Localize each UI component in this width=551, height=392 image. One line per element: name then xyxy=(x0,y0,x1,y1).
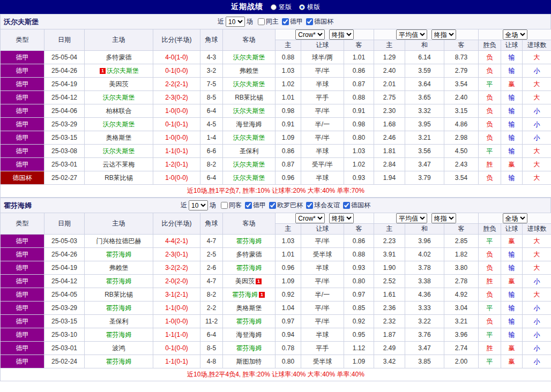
eu-away-odds-cell: 2.74 xyxy=(444,342,479,355)
filter-checkbox-input[interactable] xyxy=(306,202,313,209)
near-label: 近 xyxy=(181,201,187,210)
eu-away-odds-cell: 2.85 xyxy=(444,235,479,248)
filter-checkbox-input[interactable] xyxy=(245,202,252,209)
result-cell: 负 xyxy=(479,131,501,145)
goals-result-cell: 大 xyxy=(523,288,551,301)
match-count-select[interactable]: 10 xyxy=(226,17,245,27)
ah-final-select[interactable]: 终指 xyxy=(329,29,354,40)
eu-away-odds-cell: 3.04 xyxy=(444,301,479,315)
topbar: 近期战绩 竖版 横版 xyxy=(0,0,551,14)
away-team-cell: 斯图加特 xyxy=(223,355,276,368)
filter-checkbox[interactable]: 球会友谊 xyxy=(306,201,340,210)
ah-home-odds-cell: 0.91 xyxy=(276,118,301,131)
ah-home-odds-cell: 1.01 xyxy=(276,248,301,261)
filter-checkbox-input[interactable] xyxy=(343,202,350,209)
eu-draw-odds-cell: 3.22 xyxy=(405,315,444,328)
date-cell: 25-04-26 xyxy=(44,248,85,261)
match-row: 德甲25-04-12沃尔夫斯堡2-3(0-2)8-5RB莱比锡1.01平手0.8… xyxy=(1,91,551,104)
ah-line-cell: 受平/半 xyxy=(301,158,344,171)
eu-home-odds-cell: 2.75 xyxy=(374,91,405,104)
bookmaker-select[interactable]: Crow* xyxy=(295,29,325,40)
filter-checkbox-group: 同客德甲欧罗巴杯球会友谊德国杯 xyxy=(218,201,370,210)
away-team-cell: 霍芬海姆 xyxy=(223,261,276,275)
average-select[interactable]: 平均值 xyxy=(396,213,427,223)
eu-home-odds-cell: 2.84 xyxy=(374,158,405,171)
eu-home-odds-cell: 3.42 xyxy=(374,355,405,368)
bookmaker-select[interactable]: Crow* xyxy=(295,213,325,223)
filter-checkbox-label: 德甲 xyxy=(290,17,303,26)
handicap-result-cell: 输 xyxy=(501,248,523,261)
goals-result-cell: 大 xyxy=(523,235,551,248)
radio-vertical-icon[interactable] xyxy=(271,4,277,10)
filter-checkbox-input[interactable] xyxy=(282,18,289,25)
eu-final-select[interactable]: 终指 xyxy=(431,213,456,223)
col-eu-draw: 和 xyxy=(405,224,444,235)
col-result: 胜负 xyxy=(479,224,501,235)
ah-line-cell: 平/半 xyxy=(301,104,344,118)
goals-result-cell: 小 xyxy=(523,301,551,315)
filter-checkbox[interactable]: 德甲 xyxy=(282,17,303,26)
corner-cell: 8-2 xyxy=(200,288,223,301)
ah-line-cell: 球半/两 xyxy=(301,51,344,64)
score-cell: 0-1(0-1) xyxy=(153,118,200,131)
ah-home-odds-cell: 1.03 xyxy=(276,64,301,78)
ah-final-select[interactable]: 终指 xyxy=(329,213,354,223)
filter-checkbox-input[interactable] xyxy=(306,18,313,25)
corner-cell: 8-5 xyxy=(200,91,223,104)
filter-checkbox[interactable]: 德国杯 xyxy=(306,17,333,26)
filter-checkbox[interactable]: 欧罗巴杯 xyxy=(269,201,303,210)
eu-away-odds-cell: 3.21 xyxy=(444,315,479,328)
ah-away-odds-cell: 0.93 xyxy=(344,261,374,275)
page-title: 近期战绩 xyxy=(231,2,263,12)
result-cell: 胜 xyxy=(479,275,501,288)
ah-line-cell: 半球 xyxy=(301,78,344,91)
filter-checkbox-input[interactable] xyxy=(221,202,228,209)
match-count-select[interactable]: 10 xyxy=(189,200,208,210)
col-eu-away: 客 xyxy=(444,40,479,51)
filter-checkbox-label: 球会友谊 xyxy=(314,201,340,210)
score-cell: 1-1(0-0) xyxy=(153,301,200,315)
league-type-cell: 德甲 xyxy=(1,248,44,261)
average-select[interactable]: 平均值 xyxy=(396,29,427,40)
team-name-text: RB莱比锡 xyxy=(235,94,263,101)
ah-line-cell: 半/一 xyxy=(301,118,344,131)
eu-final-select[interactable]: 终指 xyxy=(431,29,456,40)
ah-away-odds-cell: 0.80 xyxy=(344,131,374,145)
ah-away-odds-cell: 0.91 xyxy=(344,104,374,118)
date-cell: 25-03-08 xyxy=(44,145,85,158)
score-cell: 1-0(0-0) xyxy=(153,315,200,328)
fulltime-select[interactable]: 全场 xyxy=(503,29,527,40)
league-type-cell: 德甲 xyxy=(1,131,44,145)
team-name-text: 沃尔夫斯堡 xyxy=(103,94,135,101)
corner-cell: 1-4 xyxy=(200,131,223,145)
team-name-text: 奥格斯堡 xyxy=(236,304,262,312)
ah-line-cell: 平/半 xyxy=(301,131,344,145)
match-row: 德国杯25-02-27RB莱比锡1-0(0-0)6-4沃尔夫斯堡0.96半球0.… xyxy=(1,171,551,185)
radio-horizontal[interactable]: 横版 xyxy=(299,3,320,12)
home-team-cell: 沃尔夫斯堡 xyxy=(85,91,153,104)
col-handicap: 让球 xyxy=(501,224,523,235)
league-type-cell: 德甲 xyxy=(1,261,44,275)
section-header-wolfsburg: 沃尔夫斯堡 近 10 场 同主德甲德国杯 xyxy=(0,14,551,29)
radio-horizontal-icon[interactable] xyxy=(299,4,305,10)
goals-result-cell: 小 xyxy=(523,64,551,78)
ah-line-cell: 半球 xyxy=(301,171,344,185)
team-name-text: RB莱比锡 xyxy=(105,291,133,298)
filter-checkbox-input[interactable] xyxy=(269,202,276,209)
col-type: 类型 xyxy=(1,29,44,51)
filter-checkbox[interactable]: 德甲 xyxy=(245,201,266,210)
col-corner: 角球 xyxy=(200,29,223,51)
radio-vertical[interactable]: 竖版 xyxy=(271,3,292,12)
filter-checkbox-input[interactable] xyxy=(258,18,265,25)
col-eu-home: 主 xyxy=(374,40,405,51)
fulltime-select[interactable]: 全场 xyxy=(503,213,527,223)
away-team-cell: 沃尔夫斯堡 xyxy=(223,158,276,171)
score-cell: 0-1(0-0) xyxy=(153,342,200,355)
summary-text: 近10场,胜2平4负4, 胜率:20% 让球率:40% 大率:40% 单率:40… xyxy=(1,368,551,381)
filter-bar: 近 10 场 同客德甲欧罗巴杯球会友谊德国杯 xyxy=(181,200,370,210)
team-name-text: 云达不莱梅 xyxy=(103,161,135,168)
filter-checkbox[interactable]: 同主 xyxy=(258,17,279,26)
filter-checkbox[interactable]: 德国杯 xyxy=(343,201,370,210)
score-cell: 3-1(2-1) xyxy=(153,288,200,301)
filter-checkbox[interactable]: 同客 xyxy=(221,201,242,210)
